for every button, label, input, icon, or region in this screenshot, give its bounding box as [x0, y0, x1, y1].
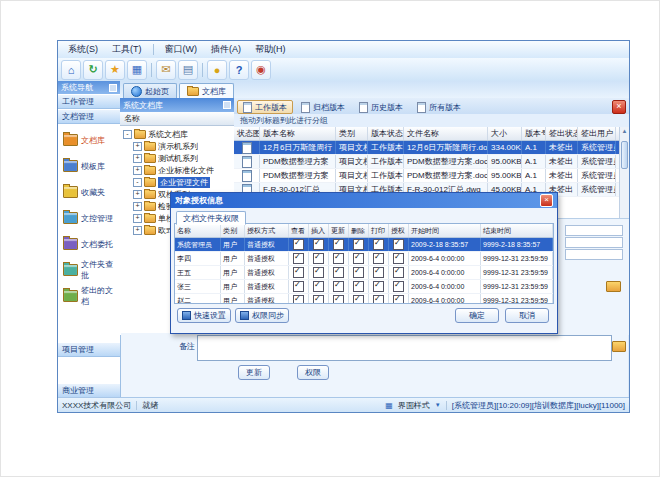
column-header[interactable]: 签出用户 [578, 127, 616, 140]
permission-checkbox[interactable] [353, 253, 364, 264]
tree-item[interactable]: +企业标准化文件 [121, 164, 233, 176]
column-header[interactable]: 版本号 [522, 127, 546, 140]
permission-row[interactable]: 赵二用户普通授权2009-6-4 0:00:009999-12-31 23:59… [175, 294, 553, 304]
column-header[interactable]: 授权 [389, 224, 409, 237]
permission-checkbox[interactable] [313, 281, 324, 292]
print-icon[interactable]: ▤ [178, 60, 198, 80]
permission-row[interactable]: 张三用户普通授权2009-6-4 0:00:009999-12-31 23:59… [175, 280, 553, 294]
menu-item[interactable]: 工具(T) [106, 42, 148, 57]
permission-checkbox[interactable] [333, 253, 344, 264]
tree-column-header[interactable]: 名称 [120, 112, 234, 126]
permission-checkbox[interactable] [353, 239, 364, 250]
permission-checkbox[interactable] [393, 253, 404, 264]
permission-row[interactable]: 李四用户普通授权2009-6-4 0:00:009999-12-31 23:59… [175, 252, 553, 266]
permission-checkbox[interactable] [393, 267, 404, 278]
permission-checkbox[interactable] [353, 267, 364, 278]
column-header[interactable]: 版本名称 [260, 127, 336, 140]
column-header[interactable]: 插入 [309, 224, 329, 237]
expander-icon[interactable]: + [133, 226, 142, 235]
expander-icon[interactable]: + [133, 202, 142, 211]
table-row[interactable]: PDM数据整理方案项目文档工作版本PDM数据整理方案.doc95.00KBA.1… [234, 155, 620, 169]
column-header[interactable]: 大小 [488, 127, 522, 140]
attachment-icon[interactable] [606, 281, 621, 292]
update-button[interactable]: 更新 [238, 365, 270, 380]
column-header[interactable]: 文件名称 [404, 127, 488, 140]
style-selector[interactable]: 界面样式 [398, 400, 430, 411]
column-header[interactable]: 签出状态 [546, 127, 578, 140]
lock-icon[interactable]: ● [207, 60, 227, 80]
nav-item[interactable]: 文档委托 [60, 232, 118, 256]
menu-item[interactable]: 帮助(H) [249, 42, 292, 57]
column-header[interactable]: 状态图 [234, 127, 260, 140]
dialog-titlebar[interactable]: 对象授权信息 × [171, 193, 557, 208]
menu-item[interactable]: 插件(A) [205, 42, 247, 57]
permission-checkbox[interactable] [373, 295, 384, 304]
permission-checkbox[interactable] [353, 295, 364, 304]
expander-icon[interactable]: - [123, 130, 132, 139]
ok-button[interactable]: 确定 [455, 308, 499, 323]
nav-item[interactable]: 文件夹查批 [60, 258, 118, 282]
permission-checkbox[interactable] [373, 239, 384, 250]
quick-setting-button[interactable]: 快速设置 [177, 308, 231, 323]
permission-checkbox[interactable] [353, 281, 364, 292]
remark-folder-icon[interactable] [612, 341, 626, 352]
nav-item[interactable]: 文档库 [60, 128, 118, 152]
nav-section-business[interactable]: 商业管理 [58, 383, 120, 398]
column-header[interactable]: 名称 [175, 224, 221, 237]
permission-checkbox[interactable] [393, 281, 404, 292]
expander-icon[interactable]: + [133, 142, 142, 151]
table-row[interactable]: PDM数据整理方案项目文档工作版本PDM数据整理方案.doc95.00KBA.1… [234, 169, 620, 183]
permission-checkbox[interactable] [293, 239, 304, 250]
version-tab[interactable]: 工作版本 [237, 100, 293, 114]
permission-checkbox[interactable] [313, 239, 324, 250]
expander-icon[interactable]: + [133, 214, 142, 223]
nav-item[interactable]: 签出的文档 [60, 284, 118, 308]
nav-item[interactable]: 文控管理 [60, 206, 118, 230]
nav-item[interactable]: 模板库 [60, 154, 118, 178]
mail-icon[interactable]: ✉ [156, 60, 176, 80]
column-header[interactable]: 删除 [349, 224, 369, 237]
nav-item[interactable]: 收藏夹 [60, 180, 118, 204]
permission-checkbox[interactable] [373, 253, 384, 264]
permission-checkbox[interactable] [293, 281, 304, 292]
exit-icon[interactable]: ◉ [251, 60, 271, 80]
menu-item[interactable]: 窗口(W) [159, 42, 204, 57]
vertical-scrollbar[interactable]: ▲ [619, 127, 629, 218]
nav-section-doc[interactable]: 文档管理 [58, 109, 120, 124]
column-header[interactable]: 版本状态 [368, 127, 404, 140]
tab-文档库[interactable]: 文档库 [179, 83, 234, 98]
permission-checkbox[interactable] [293, 295, 304, 304]
close-icon[interactable]: × [612, 100, 626, 114]
expander-icon[interactable]: - [133, 178, 142, 187]
scrollbar-thumb[interactable] [621, 141, 628, 169]
tree-item[interactable]: +演示机系列 [121, 140, 233, 152]
permission-checkbox[interactable] [373, 281, 384, 292]
column-header[interactable]: 打印 [369, 224, 389, 237]
permission-checkbox[interactable] [313, 295, 324, 304]
column-header[interactable]: 类别 [221, 224, 245, 237]
column-header[interactable]: 授权方式 [245, 224, 289, 237]
permission-checkbox[interactable] [313, 253, 324, 264]
refresh-icon[interactable]: ↻ [83, 60, 103, 80]
permission-checkbox[interactable] [313, 267, 324, 278]
column-header[interactable]: 结束时间 [481, 224, 553, 237]
tree-item[interactable]: +测试机系列 [121, 152, 233, 164]
close-icon[interactable]: × [540, 194, 553, 207]
cancel-button[interactable]: 取消 [505, 308, 549, 323]
permission-checkbox[interactable] [333, 281, 344, 292]
expander-icon[interactable]: + [133, 190, 142, 199]
column-header[interactable]: 查看 [289, 224, 309, 237]
permission-checkbox[interactable] [293, 267, 304, 278]
permission-checkbox[interactable] [373, 267, 384, 278]
home-icon[interactable]: ⌂ [61, 60, 81, 80]
modules-icon[interactable]: ▦ [127, 60, 147, 80]
dialog-tab[interactable]: 文档文件夹权限 [176, 211, 246, 225]
tree-item[interactable]: -企业管理文件 [121, 176, 233, 188]
permission-checkbox[interactable] [333, 267, 344, 278]
permission-checkbox[interactable] [393, 295, 404, 304]
nav-section-work[interactable]: 工作管理 [58, 94, 120, 109]
expander-icon[interactable]: + [133, 154, 142, 163]
pin-icon[interactable] [223, 101, 231, 109]
tree-item[interactable]: -系统文档库 [121, 128, 233, 140]
table-row[interactable]: 12月6日万斯隆周行项目文档工作版本12月6日万斯隆周行.doc334.00KB… [234, 141, 620, 155]
